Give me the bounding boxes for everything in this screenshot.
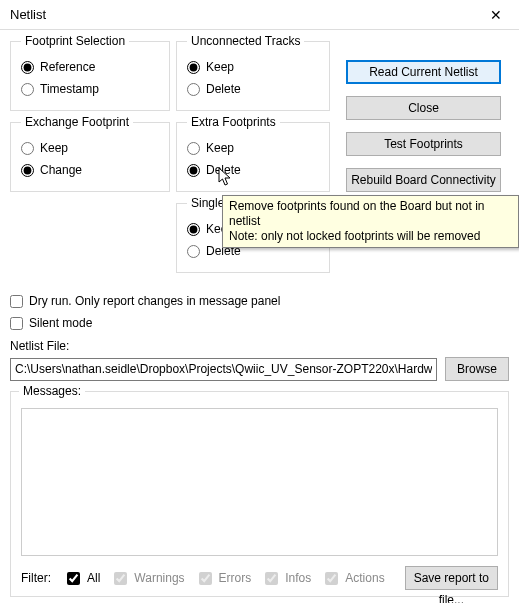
- close-icon[interactable]: ✕: [473, 0, 519, 30]
- rebuild-board-connectivity-button[interactable]: Rebuild Board Connectivity: [346, 168, 501, 192]
- close-button[interactable]: Close: [346, 96, 501, 120]
- radio-timestamp-input[interactable]: [21, 83, 34, 96]
- browse-button[interactable]: Browse: [445, 357, 509, 381]
- radio-ex-keep-label: Keep: [40, 141, 68, 155]
- radio-timestamp-label: Timestamp: [40, 82, 99, 96]
- exchange-footprint-legend: Exchange Footprint: [21, 115, 133, 129]
- unconnected-tracks-legend: Unconnected Tracks: [187, 34, 304, 48]
- radio-ef-delete-label: Delete: [206, 163, 241, 177]
- radio-ut-delete-input[interactable]: [187, 83, 200, 96]
- radio-ut-keep[interactable]: Keep: [187, 56, 319, 78]
- radio-ef-delete-input[interactable]: [187, 164, 200, 177]
- filter-errors: Errors: [195, 569, 252, 588]
- radio-reference-label: Reference: [40, 60, 95, 74]
- filter-infos-label: Infos: [285, 571, 311, 585]
- radio-ut-delete[interactable]: Delete: [187, 78, 319, 100]
- filter-infos: Infos: [261, 569, 311, 588]
- radio-reference[interactable]: Reference: [21, 56, 159, 78]
- radio-ef-keep-input[interactable]: [187, 142, 200, 155]
- filter-actions: Actions: [321, 569, 384, 588]
- filter-all[interactable]: All: [63, 569, 100, 588]
- messages-legend: Messages:: [19, 384, 85, 398]
- filter-label: Filter:: [21, 571, 51, 585]
- filter-infos-input: [265, 572, 278, 585]
- dry-run-label: Dry run. Only report changes in message …: [29, 294, 280, 308]
- extra-footprints-group: Extra Footprints Keep Delete: [176, 115, 330, 192]
- radio-ex-change-input[interactable]: [21, 164, 34, 177]
- filter-warnings-input: [114, 572, 127, 585]
- filter-actions-input: [325, 572, 338, 585]
- filter-errors-label: Errors: [219, 571, 252, 585]
- dry-run-checkbox[interactable]: Dry run. Only report changes in message …: [10, 291, 509, 311]
- radio-ef-delete[interactable]: Delete: [187, 159, 319, 181]
- test-footprints-button[interactable]: Test Footprints: [346, 132, 501, 156]
- tooltip-line2: Note: only not locked footprints will be…: [229, 229, 512, 244]
- radio-ex-change-label: Change: [40, 163, 82, 177]
- radio-sp-delete-input[interactable]: [187, 245, 200, 258]
- radio-ex-keep-input[interactable]: [21, 142, 34, 155]
- silent-mode-label: Silent mode: [29, 316, 92, 330]
- radio-ut-delete-label: Delete: [206, 82, 241, 96]
- radio-sp-keep-input[interactable]: [187, 223, 200, 236]
- radio-ut-keep-input[interactable]: [187, 61, 200, 74]
- footprint-selection-legend: Footprint Selection: [21, 34, 129, 48]
- exchange-footprint-group: Exchange Footprint Keep Change: [10, 115, 170, 192]
- tooltip-line1: Remove footprints found on the Board but…: [229, 199, 512, 229]
- radio-ex-change[interactable]: Change: [21, 159, 159, 181]
- radio-ex-keep[interactable]: Keep: [21, 137, 159, 159]
- filter-actions-label: Actions: [345, 571, 384, 585]
- tooltip: Remove footprints found on the Board but…: [222, 195, 519, 248]
- unconnected-tracks-group: Unconnected Tracks Keep Delete: [176, 34, 330, 111]
- radio-ut-keep-label: Keep: [206, 60, 234, 74]
- radio-timestamp[interactable]: Timestamp: [21, 78, 159, 100]
- window-title: Netlist: [10, 7, 473, 22]
- save-report-button[interactable]: Save report to file...: [405, 566, 498, 590]
- filter-errors-input: [199, 572, 212, 585]
- netlist-file-label: Netlist File:: [10, 339, 509, 353]
- title-bar: Netlist ✕: [0, 0, 519, 30]
- filter-warnings-label: Warnings: [134, 571, 184, 585]
- footprint-selection-group: Footprint Selection Reference Timestamp: [10, 34, 170, 111]
- dry-run-checkbox-input[interactable]: [10, 295, 23, 308]
- extra-footprints-legend: Extra Footprints: [187, 115, 280, 129]
- radio-ef-keep[interactable]: Keep: [187, 137, 319, 159]
- radio-ef-keep-label: Keep: [206, 141, 234, 155]
- silent-mode-checkbox-input[interactable]: [10, 317, 23, 330]
- messages-area[interactable]: [21, 408, 498, 556]
- radio-reference-input[interactable]: [21, 61, 34, 74]
- filter-all-label: All: [87, 571, 100, 585]
- filter-all-input[interactable]: [67, 572, 80, 585]
- messages-group: Messages: Filter: All Warnings Errors In…: [10, 391, 509, 597]
- read-current-netlist-button[interactable]: Read Current Netlist: [346, 60, 501, 84]
- silent-mode-checkbox[interactable]: Silent mode: [10, 313, 509, 333]
- filter-warnings: Warnings: [110, 569, 184, 588]
- netlist-file-input[interactable]: [10, 358, 437, 381]
